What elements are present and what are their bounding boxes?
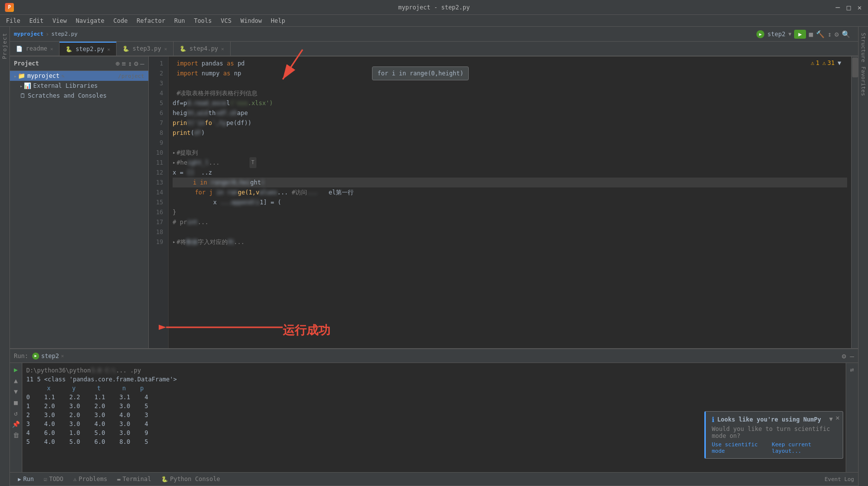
run-right-controls: ⇄ <box>846 363 858 472</box>
tree-expand-external[interactable]: ▸ <box>20 83 23 89</box>
menu-run[interactable]: Run <box>170 16 189 25</box>
bottom-tab-python[interactable]: 🐍 Python Console <box>157 475 224 484</box>
run-label: Run: <box>14 353 28 360</box>
search-button[interactable]: 🔍 <box>842 30 850 38</box>
kw-import-2: import <box>177 68 202 78</box>
close-button[interactable]: ✕ <box>856 4 863 11</box>
bottom-tab-problems[interactable]: ⚠ Problems <box>69 475 111 484</box>
tooltip-popup: for i in range(0,height) <box>372 66 469 80</box>
run-pin-button[interactable]: 📌 <box>11 420 20 428</box>
title-bar-controls: ─ □ ✕ <box>834 4 863 11</box>
sidebar-collapse-icon[interactable]: ↕ <box>128 60 132 67</box>
menu-code[interactable]: Code <box>110 16 132 25</box>
code-lines[interactable]: ▸ import pandas as pd ▸ import numpy as … <box>169 57 851 348</box>
run-close-icon[interactable]: — <box>850 352 854 360</box>
git-button[interactable]: ↕ <box>827 30 831 38</box>
scientific-mode-link[interactable]: Use scientific mode <box>712 441 768 454</box>
stop-button[interactable]: ■ <box>809 30 813 38</box>
run-rerun-button[interactable]: ↺ <box>11 409 20 418</box>
project-sidebar: Project ⊕ ≡ ↕ ⚙ — ▸ 📁 myproject <box>10 57 149 348</box>
tree-scratches[interactable]: 🗒 Scratches and Consoles <box>10 91 148 101</box>
tree-external-libs[interactable]: ▸ 📊 External Libraries <box>10 81 148 91</box>
minimize-button[interactable]: ─ <box>834 4 841 11</box>
tab-step2[interactable]: 🐍 step2.py ✕ <box>60 42 117 56</box>
nav-project[interactable]: myproject <box>14 31 44 37</box>
run-scroll-up[interactable]: ▲ <box>11 376 20 385</box>
editor-area[interactable]: ⚠ 1 ⚠ 31 ▼ 1 2 3 <box>149 57 851 348</box>
sidebar-header: Project ⊕ ≡ ↕ ⚙ — <box>10 57 148 71</box>
run-config-dropdown[interactable]: ▼ <box>788 31 791 37</box>
bottom-tab-python-label: Python Console <box>170 476 220 483</box>
menu-navigate[interactable]: Navigate <box>72 16 109 25</box>
bottom-tab-terminal[interactable]: ▬ Terminal <box>113 475 155 484</box>
run-config-name[interactable]: step2 <box>767 31 785 38</box>
run-stop-button[interactable]: ■ <box>11 398 20 407</box>
run-clear-button[interactable]: 🗑 <box>11 430 20 439</box>
run-settings-icon[interactable]: ⚙ <box>842 352 846 360</box>
run-tab-close[interactable]: ✕ <box>61 353 64 359</box>
tab-step4[interactable]: 🐍 step4.py ✕ <box>174 42 231 56</box>
tab-step3-label: step3.py <box>132 45 161 52</box>
run-scroll-down[interactable]: ▼ <box>11 387 20 396</box>
code-line-11: ▸ #height_l... T <box>173 158 847 168</box>
bottom-tab-todo[interactable]: ☑ TODO <box>40 475 67 484</box>
project-label[interactable]: Project <box>0 31 9 61</box>
line-13: 13 <box>149 178 166 187</box>
scrollbar-thumb[interactable] <box>852 58 858 77</box>
menu-view[interactable]: View <box>49 16 71 25</box>
output-table-header: x y t n p <box>26 384 842 393</box>
tree-expand-myproject[interactable]: ▸ <box>14 73 17 79</box>
settings-button[interactable]: ⚙ <box>835 30 839 38</box>
run-config-icon: ▶ <box>756 30 764 38</box>
run-button[interactable]: ▶ <box>794 30 806 39</box>
tab-step2-label: step2.py <box>75 46 104 53</box>
notif-expand[interactable]: ▼ <box>829 416 833 423</box>
menu-file[interactable]: File <box>2 16 24 25</box>
tab-step3[interactable]: 🐍 step3.py ✕ <box>117 42 174 56</box>
menu-help[interactable]: Help <box>267 16 289 25</box>
sidebar-settings-icon[interactable]: ⚙ <box>134 60 138 67</box>
tab-step3-close[interactable]: ✕ <box>164 46 167 52</box>
run-wrap-button[interactable]: ⇄ <box>848 365 857 374</box>
menu-window[interactable]: Window <box>237 16 266 25</box>
code-line-13: i in range(0,height) <box>173 178 847 187</box>
notif-title: Looks like you're using NumPy <box>717 416 821 423</box>
line-15: 15 <box>149 197 166 207</box>
bottom-tab-terminal-label: Terminal <box>123 476 151 483</box>
tab-step2-close[interactable]: ✕ <box>107 47 110 52</box>
tab-readme[interactable]: 📄 readme ✕ <box>10 42 60 56</box>
run-tab-step2[interactable]: ▶ step2 ✕ <box>32 353 64 360</box>
sidebar-close-icon[interactable]: — <box>140 60 144 67</box>
code-line-17: # print... <box>173 217 847 227</box>
tab-readme-label: readme <box>26 45 47 52</box>
nav-file[interactable]: step2.py <box>51 31 77 37</box>
tab-step4-close[interactable]: ✕ <box>221 46 224 52</box>
code-line-8: print(df) <box>173 128 847 138</box>
line-10: 10 <box>149 148 166 158</box>
run-play-button[interactable]: ▶ <box>11 365 20 374</box>
error-badge: ⚠ 31 <box>822 60 835 66</box>
line-3: 3 <box>149 78 166 88</box>
tree-myproject[interactable]: ▸ 📁 myproject ✎ /project <box>10 71 148 81</box>
sidebar-sync-icon[interactable]: ⊕ <box>116 60 120 67</box>
sidebar-expand-icon[interactable]: ≡ <box>122 60 125 67</box>
menu-refactor[interactable]: Refactor <box>132 16 169 25</box>
keep-layout-link[interactable]: Keep current layout... <box>772 441 837 454</box>
build-button[interactable]: 🔨 <box>816 30 824 38</box>
line-1: 1 <box>149 59 166 68</box>
menu-vcs[interactable]: VCS <box>217 16 236 25</box>
menu-edit[interactable]: Edit <box>25 16 48 25</box>
event-log-button[interactable]: Event Log <box>824 476 854 483</box>
notif-links: Use scientific mode Keep current layout.… <box>712 441 837 454</box>
maximize-button[interactable]: □ <box>845 4 852 11</box>
bottom-tab-run[interactable]: ▶ Run <box>14 475 38 484</box>
notif-close-button[interactable]: ✕ <box>836 414 840 422</box>
structure-label[interactable]: Structure <box>859 31 868 64</box>
favorites-label[interactable]: Favorites <box>859 64 868 98</box>
warnings-expand[interactable]: ▼ <box>838 60 841 66</box>
menu-tools[interactable]: Tools <box>190 16 216 25</box>
code-line-15: x ...append(i1] = ( <box>173 197 847 207</box>
editor-scrollbar[interactable]: Database <box>851 57 858 348</box>
tab-readme-close[interactable]: ✕ <box>50 46 53 52</box>
warn-icon: ⚠ <box>811 60 814 66</box>
